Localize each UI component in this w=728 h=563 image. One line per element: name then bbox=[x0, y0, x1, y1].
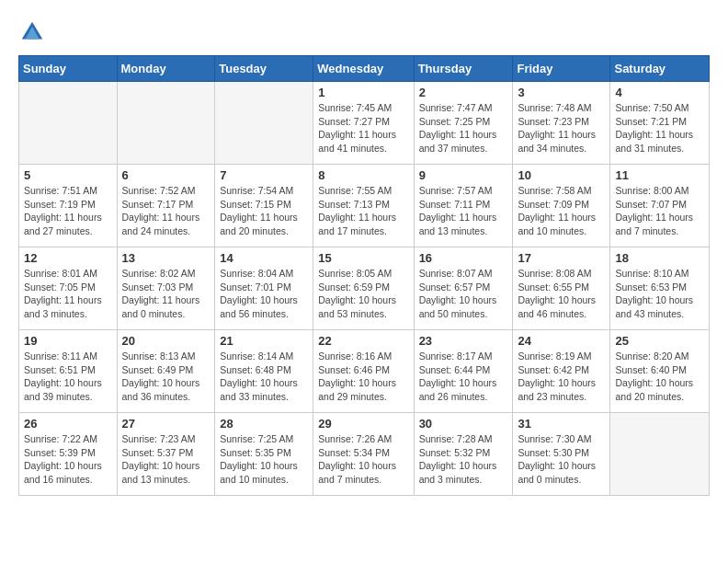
week-row-5: 26Sunrise: 7:22 AMSunset: 5:39 PMDayligh… bbox=[19, 413, 710, 496]
logo bbox=[18, 18, 50, 46]
day-cell: 17Sunrise: 8:08 AMSunset: 6:55 PMDayligh… bbox=[513, 247, 610, 330]
day-cell: 28Sunrise: 7:25 AMSunset: 5:35 PMDayligh… bbox=[215, 413, 313, 496]
weekday-header-saturday: Saturday bbox=[610, 56, 710, 82]
day-number: 7 bbox=[220, 168, 308, 182]
day-cell: 22Sunrise: 8:16 AMSunset: 6:46 PMDayligh… bbox=[313, 330, 414, 413]
day-info: Sunrise: 7:47 AMSunset: 7:25 PMDaylight:… bbox=[419, 101, 508, 155]
day-number: 13 bbox=[122, 251, 210, 265]
day-info: Sunrise: 8:02 AMSunset: 7:03 PMDaylight:… bbox=[122, 267, 210, 321]
day-number: 16 bbox=[419, 251, 508, 265]
week-row-1: 1Sunrise: 7:45 AMSunset: 7:27 PMDaylight… bbox=[19, 82, 710, 165]
day-cell: 10Sunrise: 7:58 AMSunset: 7:09 PMDayligh… bbox=[513, 165, 610, 247]
day-cell: 11Sunrise: 8:00 AMSunset: 7:07 PMDayligh… bbox=[610, 165, 710, 247]
day-number: 31 bbox=[518, 417, 605, 431]
day-cell: 23Sunrise: 8:17 AMSunset: 6:44 PMDayligh… bbox=[414, 330, 513, 413]
day-cell: 3Sunrise: 7:48 AMSunset: 7:23 PMDaylight… bbox=[513, 82, 610, 165]
day-info: Sunrise: 8:10 AMSunset: 6:53 PMDaylight:… bbox=[615, 267, 704, 321]
day-cell: 1Sunrise: 7:45 AMSunset: 7:27 PMDaylight… bbox=[313, 82, 414, 165]
day-cell: 6Sunrise: 7:52 AMSunset: 7:17 PMDaylight… bbox=[117, 165, 215, 247]
day-number: 12 bbox=[24, 251, 112, 265]
day-number: 24 bbox=[518, 334, 605, 348]
day-info: Sunrise: 8:14 AMSunset: 6:48 PMDaylight:… bbox=[220, 350, 308, 404]
day-cell: 25Sunrise: 8:20 AMSunset: 6:40 PMDayligh… bbox=[610, 330, 710, 413]
day-number: 9 bbox=[419, 168, 508, 182]
day-cell: 30Sunrise: 7:28 AMSunset: 5:32 PMDayligh… bbox=[414, 413, 513, 496]
day-cell: 20Sunrise: 8:13 AMSunset: 6:49 PMDayligh… bbox=[117, 330, 215, 413]
day-info: Sunrise: 7:22 AMSunset: 5:39 PMDaylight:… bbox=[24, 432, 112, 487]
day-cell: 27Sunrise: 7:23 AMSunset: 5:37 PMDayligh… bbox=[117, 413, 215, 496]
day-number: 10 bbox=[518, 168, 605, 182]
weekday-header-tuesday: Tuesday bbox=[215, 56, 313, 82]
day-info: Sunrise: 8:17 AMSunset: 6:44 PMDaylight:… bbox=[419, 350, 508, 404]
day-number: 19 bbox=[24, 334, 112, 348]
day-info: Sunrise: 8:01 AMSunset: 7:05 PMDaylight:… bbox=[24, 267, 112, 321]
day-number: 11 bbox=[615, 168, 704, 182]
day-number: 30 bbox=[419, 417, 508, 431]
day-cell: 31Sunrise: 7:30 AMSunset: 5:30 PMDayligh… bbox=[513, 413, 610, 496]
day-info: Sunrise: 8:13 AMSunset: 6:49 PMDaylight:… bbox=[122, 350, 210, 404]
day-cell: 5Sunrise: 7:51 AMSunset: 7:19 PMDaylight… bbox=[19, 165, 118, 247]
day-cell: 18Sunrise: 8:10 AMSunset: 6:53 PMDayligh… bbox=[610, 247, 710, 330]
day-cell: 7Sunrise: 7:54 AMSunset: 7:15 PMDaylight… bbox=[215, 165, 313, 247]
day-number: 2 bbox=[419, 86, 508, 99]
day-info: Sunrise: 8:08 AMSunset: 6:55 PMDaylight:… bbox=[518, 267, 605, 321]
weekday-header-row: SundayMondayTuesdayWednesdayThursdayFrid… bbox=[19, 56, 710, 82]
day-number: 26 bbox=[24, 417, 112, 431]
week-row-4: 19Sunrise: 8:11 AMSunset: 6:51 PMDayligh… bbox=[19, 330, 710, 413]
day-info: Sunrise: 7:26 AMSunset: 5:34 PMDaylight:… bbox=[318, 432, 408, 487]
week-row-2: 5Sunrise: 7:51 AMSunset: 7:19 PMDaylight… bbox=[19, 165, 710, 247]
day-info: Sunrise: 8:19 AMSunset: 6:42 PMDaylight:… bbox=[518, 350, 605, 404]
day-info: Sunrise: 8:20 AMSunset: 6:40 PMDaylight:… bbox=[615, 350, 704, 404]
day-info: Sunrise: 7:52 AMSunset: 7:17 PMDaylight:… bbox=[122, 184, 210, 238]
day-number: 25 bbox=[615, 334, 704, 348]
day-number: 22 bbox=[318, 334, 408, 348]
day-cell: 29Sunrise: 7:26 AMSunset: 5:34 PMDayligh… bbox=[313, 413, 414, 496]
day-number: 28 bbox=[220, 417, 308, 431]
day-number: 1 bbox=[318, 86, 408, 99]
day-number: 21 bbox=[220, 334, 308, 348]
day-cell: 19Sunrise: 8:11 AMSunset: 6:51 PMDayligh… bbox=[19, 330, 118, 413]
day-number: 4 bbox=[615, 86, 704, 99]
weekday-header-wednesday: Wednesday bbox=[313, 56, 414, 82]
day-info: Sunrise: 7:57 AMSunset: 7:11 PMDaylight:… bbox=[419, 184, 508, 238]
day-info: Sunrise: 7:28 AMSunset: 5:32 PMDaylight:… bbox=[419, 432, 508, 487]
day-info: Sunrise: 7:45 AMSunset: 7:27 PMDaylight:… bbox=[318, 101, 408, 155]
day-number: 23 bbox=[419, 334, 508, 348]
day-info: Sunrise: 8:00 AMSunset: 7:07 PMDaylight:… bbox=[615, 184, 704, 238]
day-info: Sunrise: 7:50 AMSunset: 7:21 PMDaylight:… bbox=[615, 101, 704, 155]
day-info: Sunrise: 7:58 AMSunset: 7:09 PMDaylight:… bbox=[518, 184, 605, 238]
day-cell: 8Sunrise: 7:55 AMSunset: 7:13 PMDaylight… bbox=[313, 165, 414, 247]
calendar-table: SundayMondayTuesdayWednesdayThursdayFrid… bbox=[18, 55, 710, 496]
day-info: Sunrise: 8:11 AMSunset: 6:51 PMDaylight:… bbox=[24, 350, 112, 404]
day-cell: 24Sunrise: 8:19 AMSunset: 6:42 PMDayligh… bbox=[513, 330, 610, 413]
day-info: Sunrise: 7:51 AMSunset: 7:19 PMDaylight:… bbox=[24, 184, 112, 238]
day-cell: 16Sunrise: 8:07 AMSunset: 6:57 PMDayligh… bbox=[414, 247, 513, 330]
day-info: Sunrise: 8:16 AMSunset: 6:46 PMDaylight:… bbox=[318, 350, 408, 404]
day-cell: 26Sunrise: 7:22 AMSunset: 5:39 PMDayligh… bbox=[19, 413, 118, 496]
weekday-header-monday: Monday bbox=[117, 56, 215, 82]
week-row-3: 12Sunrise: 8:01 AMSunset: 7:05 PMDayligh… bbox=[19, 247, 710, 330]
day-cell: 14Sunrise: 8:04 AMSunset: 7:01 PMDayligh… bbox=[215, 247, 313, 330]
day-info: Sunrise: 7:54 AMSunset: 7:15 PMDaylight:… bbox=[220, 184, 308, 238]
day-number: 3 bbox=[518, 86, 605, 99]
day-cell: 9Sunrise: 7:57 AMSunset: 7:11 PMDaylight… bbox=[414, 165, 513, 247]
day-info: Sunrise: 7:55 AMSunset: 7:13 PMDaylight:… bbox=[318, 184, 408, 238]
day-cell bbox=[215, 82, 313, 165]
day-cell: 13Sunrise: 8:02 AMSunset: 7:03 PMDayligh… bbox=[117, 247, 215, 330]
day-info: Sunrise: 8:07 AMSunset: 6:57 PMDaylight:… bbox=[419, 267, 508, 321]
logo-icon bbox=[18, 18, 46, 46]
day-number: 5 bbox=[24, 168, 112, 182]
day-info: Sunrise: 7:30 AMSunset: 5:30 PMDaylight:… bbox=[518, 432, 605, 487]
day-cell: 12Sunrise: 8:01 AMSunset: 7:05 PMDayligh… bbox=[19, 247, 118, 330]
weekday-header-friday: Friday bbox=[513, 56, 610, 82]
day-cell bbox=[117, 82, 215, 165]
day-info: Sunrise: 8:04 AMSunset: 7:01 PMDaylight:… bbox=[220, 267, 308, 321]
day-cell: 21Sunrise: 8:14 AMSunset: 6:48 PMDayligh… bbox=[215, 330, 313, 413]
day-info: Sunrise: 7:23 AMSunset: 5:37 PMDaylight:… bbox=[122, 432, 210, 487]
day-info: Sunrise: 8:05 AMSunset: 6:59 PMDaylight:… bbox=[318, 267, 408, 321]
day-number: 17 bbox=[518, 251, 605, 265]
weekday-header-sunday: Sunday bbox=[19, 56, 118, 82]
day-number: 18 bbox=[615, 251, 704, 265]
weekday-header-thursday: Thursday bbox=[414, 56, 513, 82]
day-cell: 2Sunrise: 7:47 AMSunset: 7:25 PMDaylight… bbox=[414, 82, 513, 165]
